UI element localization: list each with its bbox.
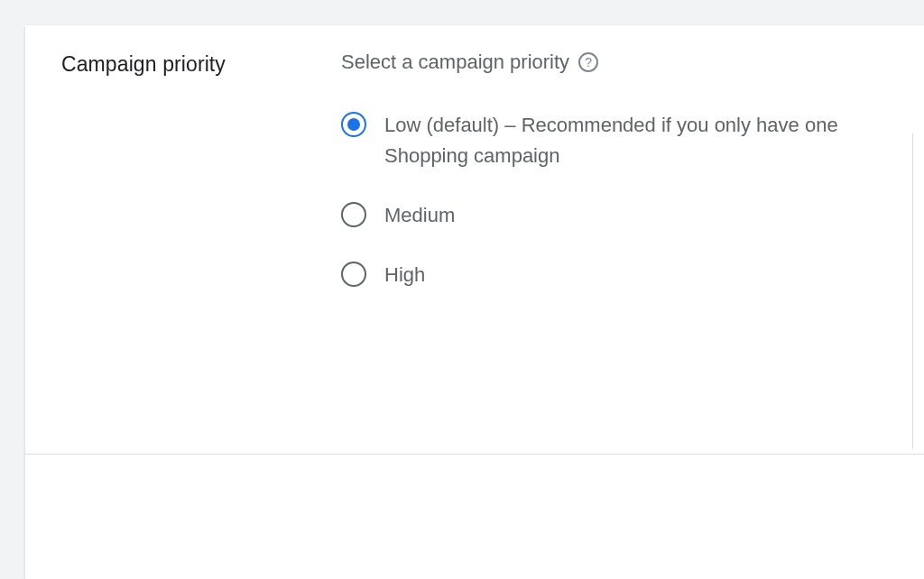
card-main: Campaign priority Select a campaign prio… xyxy=(25,25,924,454)
subtitle-row: Select a campaign priority ? xyxy=(341,51,897,74)
side-divider xyxy=(912,133,913,449)
radio-label-high: High xyxy=(384,260,425,290)
radio-option-medium[interactable]: Medium xyxy=(341,200,897,231)
section-subtitle: Select a campaign priority xyxy=(341,51,569,74)
radio-label-low: Low (default) – Recommended if you only … xyxy=(384,110,890,171)
settings-card: Campaign priority Select a campaign prio… xyxy=(25,25,924,579)
radio-button-icon xyxy=(341,262,366,287)
left-column: Campaign priority xyxy=(25,51,341,454)
radio-label-medium: Medium xyxy=(384,200,455,231)
help-icon[interactable]: ? xyxy=(578,52,598,72)
radio-option-high[interactable]: High xyxy=(341,260,897,290)
radio-button-icon xyxy=(341,112,366,137)
section-title: Campaign priority xyxy=(61,52,341,77)
priority-radio-group: Low (default) – Recommended if you only … xyxy=(341,110,897,290)
card-bottom xyxy=(25,455,924,579)
radio-button-icon xyxy=(341,202,366,227)
right-column: Select a campaign priority ? Low (defaul… xyxy=(341,51,924,454)
radio-option-low[interactable]: Low (default) – Recommended if you only … xyxy=(341,110,897,171)
